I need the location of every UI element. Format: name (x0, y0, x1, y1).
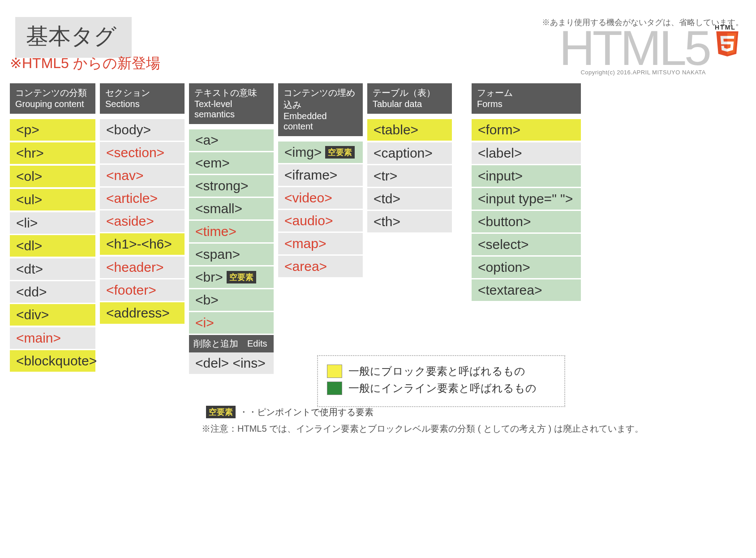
column: フォームForms<form><label><input><input type… (472, 83, 581, 375)
tag-cell: <time> (189, 221, 274, 244)
tag-text: <select> (478, 237, 528, 252)
tag-cell: <table> (367, 119, 452, 142)
legend-box: 一般にブロック要素と呼ばれるもの 一般にインライン要素と呼ばれるもの (317, 355, 565, 407)
tag-cell: <input> (472, 165, 581, 188)
empty-badge-icon: 空要素 (227, 271, 256, 283)
tag-cell: <dd> (10, 281, 95, 304)
tag-cell: <label> (472, 142, 581, 165)
tag-cell: <textarea> (472, 279, 581, 302)
column-header-jp: セクション (105, 87, 179, 99)
column-header-jp: テキストの意味 (194, 87, 268, 99)
tag-cell: <area> (278, 256, 363, 279)
tag-text: <img> (284, 145, 322, 160)
column: コンテンツの分類Grouping content<p><hr><ol><ul><… (10, 83, 95, 375)
column: テーブル（表）Tabular data<table><caption><tr><… (367, 83, 452, 375)
tag-text: <address> (106, 305, 170, 321)
tag-cell: <dl> (10, 235, 95, 258)
tag-text: <article> (106, 191, 158, 206)
tag-cell: <ol> (10, 166, 95, 189)
tag-cell: <main> (10, 327, 95, 350)
column-header-jp: コンテンツの分類 (15, 87, 90, 99)
column-header: セクションSections (100, 83, 185, 114)
tag-cell: <video> (278, 187, 363, 210)
tag-text: <em> (195, 155, 230, 171)
tag-cell: <footer> (100, 279, 185, 302)
tag-text: <section> (106, 145, 164, 160)
tag-cell: <th> (367, 211, 452, 234)
tag-cell: <option> (472, 257, 581, 279)
tag-text: <aside> (106, 214, 154, 229)
tag-text: <ol> (16, 169, 42, 184)
tag-cell: <button> (472, 211, 581, 234)
tag-text: <nav> (106, 168, 143, 183)
tag-cell: <form> (472, 119, 581, 142)
column-header: コンテンツの分類Grouping content (10, 83, 95, 114)
column-header: コンテンツの埋め込みEmbedded content (278, 83, 363, 136)
tag-cell: <strong> (189, 175, 274, 198)
tag-cell: <h1>-<h6> (100, 233, 185, 257)
column-header-jp: テーブル（表） (373, 87, 447, 99)
tag-text: <label> (478, 146, 522, 161)
tag-cell: <p> (10, 119, 95, 142)
tag-text: <hr> (16, 146, 44, 161)
tag-cell: <address> (100, 302, 185, 326)
tag-text: <small> (195, 201, 242, 216)
copyright: Copyright(c) 2016.APRIL MITSUYO NAKATA (580, 69, 706, 76)
tag-text: <li> (16, 215, 38, 231)
tag-text: <button> (478, 214, 531, 229)
tag-cell: <caption> (367, 142, 452, 165)
logo-area: HTML5 HTML (559, 23, 743, 73)
tag-cell: <body> (100, 119, 185, 142)
html5-badge-icon: HTML (715, 23, 743, 58)
column: テキストの意味Text-level semantics<a><em><stron… (189, 83, 274, 375)
column-header-en: Grouping content (15, 99, 90, 109)
tag-text: <del> <ins> (195, 356, 266, 371)
tag-text: <textarea> (478, 283, 542, 298)
tag-text: <footer> (106, 283, 156, 298)
tag-cell: <article> (100, 188, 185, 210)
column-header: テーブル（表）Tabular data (367, 83, 452, 114)
tag-cell: <select> (472, 234, 581, 257)
tag-cell: <nav> (100, 165, 185, 188)
tag-cell: <em> (189, 152, 274, 175)
page-subtitle: ※HTML5 からの新登場 (10, 54, 160, 73)
tag-text: <dl> (16, 238, 42, 253)
column-header-en: Forms (477, 99, 576, 109)
tag-text: <i> (195, 315, 214, 331)
tag-cell: <div> (10, 304, 95, 327)
footer-empty-text: ・・ピンポイントで使用する要素 (239, 406, 374, 418)
tag-text: <option> (478, 260, 530, 275)
tag-text: <table> (374, 122, 418, 137)
tag-cell: <img>空要素 (278, 142, 363, 164)
legend-row-block: 一般にブロック要素と呼ばれるもの (327, 364, 555, 378)
tag-text: <iframe> (284, 167, 337, 183)
tag-cell: <li> (10, 212, 95, 235)
column-subheader: 削除と追加 Edits (189, 335, 274, 352)
tag-cell: <span> (189, 244, 274, 266)
tag-text: <video> (284, 190, 332, 206)
tag-text: <body> (106, 122, 151, 137)
empty-badge-icon: 空要素 (325, 146, 355, 159)
tag-text: <span> (195, 247, 240, 262)
tag-cell: <input type=" "> (472, 188, 581, 211)
column-header-jp: コンテンツの埋め込み (284, 87, 357, 111)
tag-cell: <tr> (367, 165, 452, 188)
tag-cell: <map> (278, 233, 363, 256)
column-header-en: Sections (105, 99, 179, 109)
column: セクションSections<body><section><nav><articl… (100, 83, 185, 375)
tag-text: <ul> (16, 192, 42, 207)
tag-text: <form> (478, 122, 520, 137)
column-header: テキストの意味Text-level semantics (189, 83, 274, 124)
tag-text: <td> (374, 191, 400, 206)
tag-text: <blockquote> (16, 353, 97, 369)
column-header-jp: フォーム (477, 87, 576, 99)
tag-cell: <br>空要素 (189, 266, 274, 289)
tag-cell: <ul> (10, 189, 95, 212)
tag-cell: <del> <ins> (189, 352, 274, 375)
tag-text: <p> (16, 122, 39, 137)
legend-label-block: 一般にブロック要素と呼ばれるもの (348, 364, 525, 378)
tag-text: <main> (16, 331, 61, 346)
column: コンテンツの埋め込みEmbedded content<img>空要素<ifram… (278, 83, 363, 375)
tag-cell: <i> (189, 312, 274, 335)
tag-text: <dt> (16, 262, 43, 277)
